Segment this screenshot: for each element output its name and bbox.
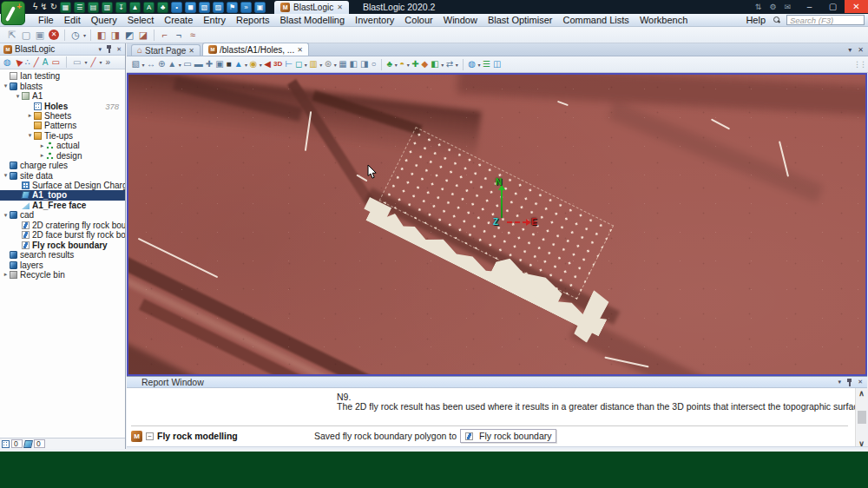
- report-close-icon[interactable]: ✕: [858, 379, 863, 386]
- render-style-icon[interactable]: ▧: [130, 57, 141, 71]
- tree-item-search-results[interactable]: search results: [0, 250, 125, 260]
- chart-tile-icon[interactable]: ▨: [213, 2, 224, 13]
- doc-tile-icon[interactable]: ▧: [199, 2, 210, 13]
- lighting-icon-dropdown[interactable]: ▾: [260, 62, 262, 68]
- toolbar-grip[interactable]: ⋮⋮: [853, 60, 865, 69]
- display-settings-icon-dropdown[interactable]: ▾: [334, 62, 337, 68]
- shape-toggle-icon[interactable]: ◓: [398, 57, 406, 71]
- pin-icon[interactable]: [106, 45, 112, 53]
- clip-box-icon-dropdown[interactable]: ▾: [441, 62, 444, 68]
- tree-item-patterns[interactable]: Patterns: [0, 121, 125, 130]
- report-scrollbar[interactable]: ∧ ∨: [855, 388, 867, 449]
- flash-icon[interactable]: ϟ: [33, 1, 37, 13]
- shape-toggle-icon-dropdown[interactable]: ▾: [407, 62, 410, 68]
- stretch-icon-dropdown[interactable]: ▾: [456, 62, 458, 68]
- overlay-icon[interactable]: ◍: [467, 57, 477, 71]
- scrollbar-thumb[interactable]: [858, 411, 866, 424]
- chevron-open-icon[interactable]: ▾: [2, 82, 10, 89]
- history-icon[interactable]: ◷: [69, 28, 82, 42]
- updates-icon[interactable]: ⇅: [755, 3, 762, 11]
- console-tile-icon[interactable]: »: [240, 2, 252, 13]
- menu-reports[interactable]: Reports: [231, 14, 275, 27]
- sync-icon[interactable]: ↻: [50, 1, 57, 13]
- spray-label-icon[interactable]: ▲: [233, 57, 244, 71]
- close-document-icon[interactable]: ✕: [858, 46, 864, 54]
- tree-item-fly-rock-boundary[interactable]: Fly rock boundary: [0, 240, 125, 249]
- view-orientation-icon-dropdown[interactable]: ▾: [179, 62, 181, 68]
- section-plane-icon[interactable]: ▭: [182, 57, 193, 71]
- legend-list-icon[interactable]: ☰: [481, 57, 491, 71]
- tree-item-recycle-bin[interactable]: ▸Recycle bin: [0, 270, 125, 280]
- plant-tile-icon[interactable]: ♣: [157, 2, 168, 13]
- chevron-open-icon[interactable]: ▾: [26, 132, 34, 139]
- tree-item-cad[interactable]: ▾cad: [0, 210, 125, 220]
- polyline-selection-icon[interactable]: ╱: [89, 56, 96, 69]
- rect-selection-icon[interactable]: ▭: [72, 56, 82, 69]
- render-style-icon-dropdown[interactable]: ▾: [141, 62, 144, 68]
- export-icon[interactable]: ⇱: [5, 28, 19, 42]
- overlay-icon-dropdown[interactable]: ▾: [477, 62, 480, 68]
- snap-icon[interactable]: ✚: [411, 57, 420, 71]
- fit-width-icon[interactable]: ↔: [145, 57, 156, 71]
- menu-file[interactable]: File: [33, 14, 59, 27]
- close-button[interactable]: ✕: [845, 0, 868, 13]
- help-menu[interactable]: Help: [742, 15, 769, 25]
- menu-colour[interactable]: Colour: [399, 14, 437, 27]
- report-menu-icon[interactable]: ▾: [838, 379, 842, 386]
- view-sphere-icon[interactable]: ◍: [3, 56, 12, 69]
- tieup-edit-icon[interactable]: ¬: [172, 28, 186, 42]
- menu-blast-optimiser[interactable]: Blast Optimiser: [483, 14, 558, 27]
- tab-close-icon[interactable]: ✕: [297, 46, 303, 54]
- colour-legend-icon-dropdown[interactable]: ▾: [319, 62, 322, 68]
- tieup-curve-icon[interactable]: ≈: [186, 28, 200, 42]
- hole-edit-icon[interactable]: ◧: [95, 28, 108, 42]
- box-select-icon[interactable]: ▭: [51, 56, 61, 69]
- lighting-icon[interactable]: ◉: [248, 57, 259, 71]
- doc-tab-start-page[interactable]: ⌂Start Page✕: [131, 44, 201, 56]
- doc-tab-blasts-a1-holes[interactable]: M/blasts/A1/Holes, ...✕: [202, 43, 309, 56]
- chevron-closed-icon[interactable]: ▸: [38, 152, 46, 159]
- collapse-task-icon[interactable]: −: [146, 432, 154, 440]
- pin-tile-icon[interactable]: •: [171, 2, 182, 13]
- menu-window[interactable]: Window: [438, 14, 483, 27]
- maximize-button[interactable]: ▢: [821, 0, 845, 13]
- abort-icon[interactable]: ✕: [49, 30, 59, 40]
- menu-query[interactable]: Query: [86, 14, 122, 27]
- history-icon-dropdown[interactable]: ▾: [83, 32, 86, 38]
- menu-inventory[interactable]: Inventory: [350, 14, 399, 27]
- fly-rock-boundary-link[interactable]: Fly rock boundary: [460, 429, 556, 443]
- find-icon[interactable]: ○: [370, 57, 378, 71]
- stretch-icon[interactable]: ⇄: [444, 57, 454, 71]
- tree-item-a1-free-face[interactable]: A1_Free face: [0, 201, 125, 210]
- solid-view-icon[interactable]: ■: [225, 57, 233, 71]
- tree-item-design[interactable]: ▸design: [0, 151, 125, 161]
- tree-item-a1-topo[interactable]: A1_topo: [0, 190, 125, 200]
- tree-item-actual[interactable]: ▸actual: [0, 141, 125, 150]
- menu-entry[interactable]: Entry: [198, 14, 231, 27]
- tree-item-layers[interactable]: layers: [0, 260, 125, 269]
- tree-item-2d-face-burst-fly-rock-boun[interactable]: 2D face burst fly rock boun...: [0, 230, 125, 240]
- scene-tree-icon[interactable]: ♣: [385, 57, 394, 71]
- tree-item-holes[interactable]: Holes378: [0, 101, 125, 110]
- tree-item-charge-rules[interactable]: charge rules: [0, 161, 125, 170]
- split-view-icon[interactable]: ◫: [491, 57, 502, 71]
- scroll-up-icon[interactable]: ∧: [858, 388, 865, 399]
- select-mode-icon-dropdown[interactable]: ▾: [305, 62, 307, 68]
- search-icon[interactable]: [773, 16, 780, 23]
- rect-selection-icon-dropdown[interactable]: ▾: [84, 59, 87, 65]
- view-orientation-icon[interactable]: ▲: [167, 57, 178, 71]
- select-mode-icon[interactable]: ◻: [293, 57, 303, 71]
- minimize-button[interactable]: –: [798, 0, 821, 13]
- report-pin-icon[interactable]: [846, 379, 852, 386]
- polyline-selection-icon-dropdown[interactable]: ▾: [99, 59, 102, 65]
- move-origin-icon[interactable]: ◆: [420, 57, 430, 71]
- tree-item-surface-at-design-charge[interactable]: Surface at Design Charge ...: [0, 181, 125, 190]
- 3d-viewport[interactable]: N Z E: [127, 73, 867, 376]
- tree-item-sheets[interactable]: ▸Sheets: [0, 111, 125, 121]
- points-select-icon[interactable]: ∴: [23, 56, 30, 69]
- panel-close-icon[interactable]: ✕: [116, 46, 122, 53]
- table-tile-icon[interactable]: ▥: [102, 2, 113, 13]
- select-cursor-icon[interactable]: ▶: [10, 55, 25, 69]
- tree-item-blasts[interactable]: ▾blasts: [0, 81, 125, 90]
- audio-right-icon[interactable]: ◨: [359, 57, 370, 71]
